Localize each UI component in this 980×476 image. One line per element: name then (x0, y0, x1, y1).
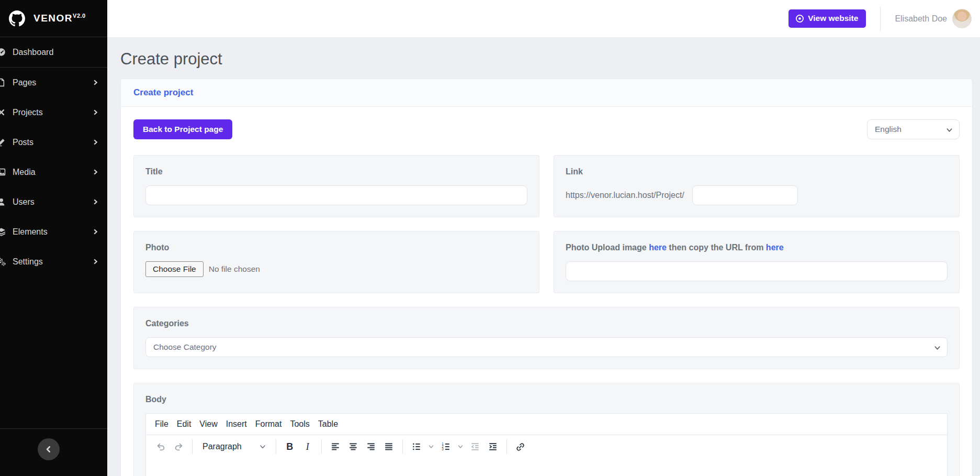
link-url-prefix: https://venor.lucian.host/Project/ (566, 191, 684, 200)
bullet-list-button[interactable] (408, 438, 425, 456)
link-box: Link https://venor.lucian.host/Project/ (554, 155, 960, 217)
sidebar-item-projects[interactable]: Projects (0, 97, 107, 127)
outdent-button[interactable] (466, 438, 484, 456)
brand-name: VENORV2.0 (33, 13, 86, 24)
chevron-right-icon (93, 199, 98, 205)
back-to-projects-button[interactable]: Back to Project page (133, 119, 232, 139)
menu-edit[interactable]: Edit (173, 417, 196, 431)
align-right-button[interactable] (362, 438, 380, 456)
photo-row: Photo Choose File No file chosen Photo U… (133, 231, 960, 293)
photo-upload-label: Photo Upload image here then copy the UR… (566, 243, 948, 252)
menu-table[interactable]: Table (314, 417, 342, 431)
indent-button[interactable] (484, 438, 502, 456)
menu-view[interactable]: View (195, 417, 221, 431)
title-label: Title (145, 167, 527, 176)
sidebar: VENORV2.0 Dashboard Pages Projects Posts… (0, 0, 107, 476)
sidebar-item-label: Pages (13, 78, 93, 87)
actions-row: Back to Project page English (133, 119, 960, 139)
language-select[interactable]: English (867, 119, 960, 139)
category-select[interactable]: Choose Category (145, 337, 948, 357)
numbered-list-button[interactable]: 123 (437, 438, 455, 456)
editor-menubar: File Edit View Insert Format Tools Table (146, 414, 947, 435)
pen-icon (0, 138, 6, 147)
sidebar-item-label: Media (13, 168, 93, 177)
brand[interactable]: VENORV2.0 (0, 0, 107, 37)
photo-upload-text: Photo Upload image (566, 243, 649, 252)
github-icon (9, 10, 25, 27)
brand-version: V2.0 (73, 13, 86, 19)
gears-icon (0, 257, 6, 266)
chevron-right-icon (93, 80, 98, 85)
divider (880, 7, 881, 31)
sidebar-item-elements[interactable]: Elements (0, 217, 107, 247)
align-center-button[interactable] (344, 438, 362, 456)
italic-button[interactable]: I (299, 438, 317, 456)
undo-icon (156, 442, 166, 452)
bold-button[interactable]: B (281, 438, 299, 456)
sidebar-item-posts[interactable]: Posts (0, 127, 107, 157)
sidebar-item-dashboard[interactable]: Dashboard (0, 37, 107, 67)
redo-button[interactable] (170, 438, 187, 456)
sidebar-item-users[interactable]: Users (0, 187, 107, 217)
align-left-button[interactable] (326, 438, 344, 456)
undo-button[interactable] (152, 438, 170, 456)
divider (321, 439, 322, 454)
view-website-button[interactable]: View website (788, 9, 866, 28)
sidebar-nav: Dashboard Pages Projects Posts Media Use… (0, 37, 107, 428)
sidebar-item-pages[interactable]: Pages (0, 68, 107, 97)
numbered-list-dropdown[interactable] (455, 438, 466, 456)
photo-url-input[interactable] (566, 261, 948, 281)
link-icon (515, 442, 525, 452)
divider (192, 439, 193, 454)
main-content: Create project Create project Back to Pr… (107, 38, 980, 476)
svg-text:3: 3 (442, 447, 444, 451)
align-right-icon (366, 442, 376, 451)
chevron-down-icon (458, 444, 463, 449)
categories-label: Categories (145, 319, 948, 328)
rich-text-editor: File Edit View Insert Format Tools Table (145, 413, 948, 476)
sidebar-item-label: Elements (13, 227, 93, 237)
user-name[interactable]: Elisabeth Doe (895, 14, 947, 24)
file-chosen-status: No file chosen (209, 264, 260, 274)
upload-here-link[interactable]: here (649, 243, 667, 252)
editor-content-area[interactable] (146, 458, 947, 476)
sidebar-collapse-button[interactable] (38, 438, 60, 460)
redo-icon (174, 442, 184, 452)
gauge-icon (0, 48, 6, 57)
chevron-down-icon (260, 444, 266, 450)
chevron-down-icon (946, 127, 953, 134)
sidebar-item-label: Settings (13, 257, 93, 267)
create-project-card: Create project Back to Project page Engl… (120, 79, 973, 476)
align-center-icon (348, 442, 358, 451)
insert-link-button[interactable] (512, 438, 530, 456)
categories-box: Categories Choose Category (133, 307, 960, 369)
tools-icon (0, 108, 6, 117)
bullet-list-dropdown[interactable] (425, 438, 437, 456)
chevron-left-icon (45, 446, 52, 453)
menu-tools[interactable]: Tools (286, 417, 313, 431)
divider (402, 439, 403, 454)
sidebar-item-label: Users (13, 197, 93, 207)
globe-icon (795, 14, 804, 23)
menu-format[interactable]: Format (251, 417, 286, 431)
menu-insert[interactable]: Insert (222, 417, 251, 431)
align-left-icon (331, 442, 340, 451)
topbar: View website Elisabeth Doe (107, 0, 980, 38)
choose-file-button[interactable]: Choose File (145, 261, 204, 277)
chevron-right-icon (93, 229, 98, 235)
chevron-right-icon (93, 259, 98, 264)
avatar[interactable] (952, 9, 972, 28)
menu-file[interactable]: File (151, 417, 173, 431)
paragraph-style-dropdown[interactable]: Paragraph (197, 439, 271, 455)
align-justify-button[interactable] (380, 438, 398, 456)
chevron-right-icon (93, 139, 98, 145)
copy-url-here-link[interactable]: here (766, 243, 784, 252)
title-input[interactable] (145, 185, 527, 205)
title-box: Title (133, 155, 539, 217)
bullet-list-icon (412, 442, 421, 451)
sidebar-item-settings[interactable]: Settings (0, 247, 107, 276)
title-link-row: Title Link https://venor.lucian.host/Pro… (133, 155, 960, 217)
link-slug-input[interactable] (692, 185, 798, 205)
sidebar-item-media[interactable]: Media (0, 157, 107, 187)
italic-icon: I (306, 441, 309, 452)
